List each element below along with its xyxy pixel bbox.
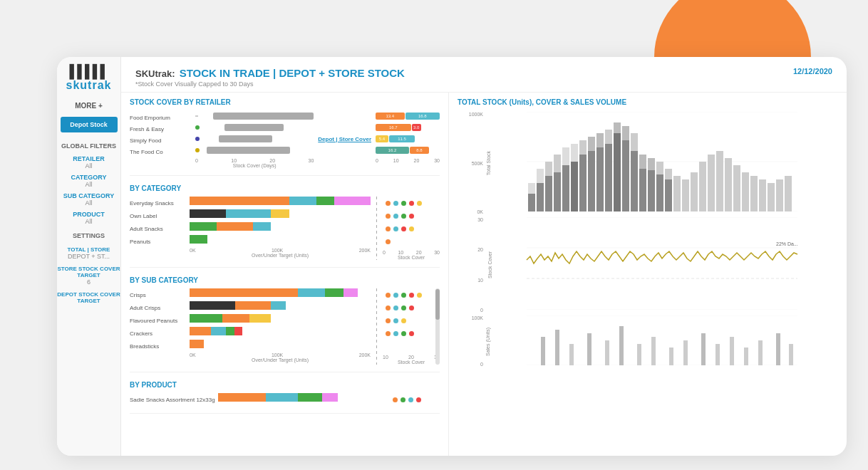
cat-axis-100: 100K [272,248,283,253]
sc-axis-30: 30 [434,250,440,255]
depot-store-separator: Depot | Store Cover [316,110,373,168]
subcat-dot-3-0 [386,331,391,336]
total-store-label[interactable]: TOTAL | STORE [68,246,110,253]
by-category-title: BY CATEGORY [130,184,440,192]
svg-rect-62 [619,326,624,365]
svg-rect-67 [701,333,706,365]
store-stock-value: 6 [87,278,91,286]
stock-cover-title: STOCK COVER BY RETAILER [130,98,440,106]
svg-rect-49 [776,179,783,212]
axis-10: 10 [231,158,237,163]
dot-2-3 [409,226,414,231]
subcat-sc-20: 20 [408,355,414,360]
product-bar-0 [218,393,378,402]
more-button[interactable]: MORE + [75,102,103,110]
depot-val-0: 13.4 [386,114,394,118]
by-sub-category-section: BY SUB CATEGORY Crisps Adult Crisps Flav… [130,276,440,372]
subcat-bar-1 [190,301,371,310]
rbar-row-3: 16.2 8.8 [376,145,440,156]
svg-rect-61 [605,340,609,365]
product-filter-label[interactable]: PRODUCT [73,211,105,218]
subcat-dot-0-0 [386,293,391,298]
svg-rect-19 [554,172,561,212]
panels: STOCK COVER BY RETAILER Food Emporium Fr… [121,93,847,456]
stacked-bar-0 [190,197,371,205]
dot-row-1 [383,209,440,222]
dot-2-1 [393,226,398,231]
svg-rect-27 [622,140,629,212]
svg-rect-44 [733,165,740,212]
dot-2-2 [401,226,406,231]
cover-y-0: 0 [458,308,483,313]
svg-rect-47 [759,179,766,212]
retailer-filter-label[interactable]: RETAILER [73,155,104,162]
raxis-30: 30 [434,158,440,163]
svg-rect-57 [541,337,545,365]
svg-rect-59 [569,344,574,365]
product-dot-1 [401,397,405,402]
header-subtitle: *Stock Cover Visually Capped to 30 Days [135,80,405,88]
svg-rect-66 [683,340,688,365]
sub-category-filter-value: All [85,199,92,207]
raxis-0: 0 [376,158,378,163]
product-label-0: Sadie Snacks Assortment 12x33g [130,397,215,403]
subcat-bar-3 [190,327,371,335]
cover-y-20: 20 [458,247,483,252]
main-card: ▌▌▌▌▌ skutrak MORE + Depot Stock GLOBAL … [57,57,847,456]
left-panel: STOCK COVER BY RETAILER Food Emporium Fr… [121,93,449,456]
svg-rect-50 [785,176,792,212]
subcat-axis-0: 0K [190,352,196,357]
rbar-row-1: 16.7 3.0 [376,122,440,133]
sub-category-filter-label[interactable]: SUB CATEGORY [63,192,115,199]
category-filter-value: All [85,181,92,188]
by-sub-category-title: BY SUB CATEGORY [130,276,440,284]
category-filter-label[interactable]: CATEGORY [71,174,106,181]
total-stock-y-label: Total Stock [486,151,491,175]
stacked-bar-2 [190,222,371,231]
total-store-value: DEPOT + ST... [68,253,110,260]
stock-cover-section: STOCK COVER BY RETAILER Food Emporium Fr… [130,98,440,176]
cat-label-1: Own Label [130,209,187,222]
svg-rect-38 [682,179,689,212]
retailer-label-1: Fresh & Easy [130,123,192,135]
subcat-bar-2 [190,314,371,323]
depot-stock-nav[interactable]: Depot Stock [61,117,118,132]
dot-3-0 [386,239,391,244]
content-area: SKUtrak: STOCK IN TRADE | DEPOT + STORE … [121,57,847,456]
svg-rect-45 [742,172,749,212]
subcat-dot-0-3 [409,293,414,298]
subcat-axis-100: 100K [272,352,283,357]
sales-volume-chart [486,315,838,365]
raxis-10: 10 [393,158,399,163]
store-stock-label[interactable]: STORE STOCK COVER TARGET [57,266,120,278]
svg-rect-72 [776,333,780,365]
dot-0-1 [393,201,398,206]
total-stock-chart [486,112,838,212]
svg-rect-46 [750,176,758,212]
retailer-label-0: Food Emporium [130,112,192,123]
by-product-section: BY PRODUCT Sadie Snacks Assortment 12x33… [130,381,440,414]
rbar-row-0: 13.4 16.8 [376,110,440,122]
subcat-dot-1-1 [393,306,398,310]
dot-0-2 [401,201,406,206]
product-dot-3 [416,397,421,402]
cat-axis-0: 0K [190,248,196,253]
svg-rect-63 [637,344,641,365]
subcat-label-0: Crisps [130,288,187,301]
depot-stock-label[interactable]: DEPOT STOCK COVER TARGET [57,291,120,304]
svg-rect-42 [716,151,723,212]
subcat-dot-3-3 [409,331,414,336]
page-title: STOCK IN TRADE | DEPOT + STORE STOCK [180,67,405,79]
sidebar: ▌▌▌▌▌ skutrak MORE + Depot Stock GLOBAL … [57,57,121,456]
svg-rect-34 [656,174,663,212]
dot-row-3 [383,235,440,248]
page-header: SKUtrak: STOCK IN TRADE | DEPOT + STORE … [121,57,847,93]
cat-label-2: Adult Snacks [130,222,187,235]
sc-axis-title: Stock Cover [383,255,440,260]
svg-rect-24 [596,147,604,212]
header-left: SKUtrak: STOCK IN TRADE | DEPOT + STORE … [135,67,405,88]
store-val-2: 11.5 [398,137,406,141]
settings-label: SETTINGS [73,232,105,239]
svg-rect-43 [725,158,732,212]
dot-0-0 [386,201,391,206]
